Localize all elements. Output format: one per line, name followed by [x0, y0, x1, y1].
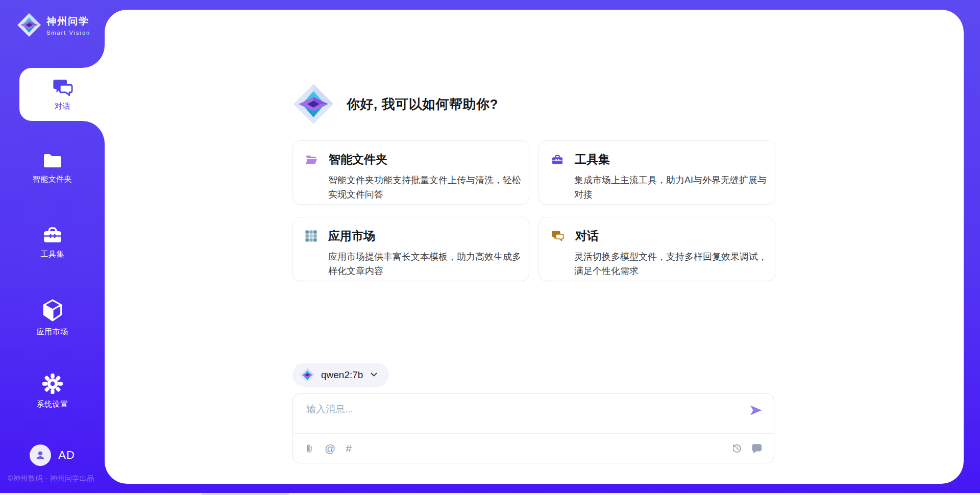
active-tab-fillet-top: [82, 45, 105, 68]
card-title: 智能文件夹: [329, 152, 387, 167]
sidebar-item-toolset[interactable]: 工具集: [0, 226, 105, 259]
sidebar: 神州问学 Smart Vision 对话 智能文件夹 工具集: [0, 0, 105, 495]
card-description: 集成市场上主流工具，助力AI与外界无缝扩展与 对接: [574, 173, 776, 202]
greeting: 你好, 我可以如何帮助你?: [292, 83, 498, 125]
sidebar-item-label: 工具集: [40, 250, 64, 259]
sidebar-item-label: 应用市场: [37, 327, 68, 337]
model-selector[interactable]: qwen2:7b: [292, 363, 389, 387]
mention-icon[interactable]: @: [325, 443, 335, 454]
card-description-line: 实现文件问答: [328, 187, 530, 202]
send-icon[interactable]: [749, 404, 763, 416]
card-head: 对话: [551, 228, 770, 244]
card-chat[interactable]: 对话 灵活切换多模型文件，支持多样回复效果调试， 满足个性化需求: [538, 217, 775, 281]
card-description-line: 对接: [574, 187, 776, 202]
grid-icon: [305, 230, 317, 242]
brand-subtitle: Smart Vision: [46, 30, 90, 36]
feature-cards: 智能文件夹 智能文件夹功能支持批量文件上传与清洗，轻松 实现文件问答 工具集 集…: [292, 140, 775, 281]
chat-bubbles-icon: [53, 78, 73, 97]
message-input[interactable]: [305, 401, 726, 418]
model-logo-icon: [300, 367, 315, 383]
user-name: AD: [58, 449, 75, 462]
folder-icon: [42, 152, 63, 169]
bottom-scrollbar-track[interactable]: [0, 493, 980, 495]
sidebar-item-app-market[interactable]: 应用市场: [0, 299, 105, 337]
card-description: 灵活切换多模型文件，支持多样回复效果调试， 满足个性化需求: [574, 250, 776, 278]
message-composer: @ #: [292, 393, 774, 463]
person-icon: [34, 449, 46, 461]
brand-name: 神州问学: [46, 15, 90, 28]
sidebar-item-settings[interactable]: 系统设置: [0, 373, 105, 409]
chat-bubbles-icon: [551, 230, 564, 242]
cube-icon: [42, 299, 63, 322]
brand-text: 神州问学 Smart Vision: [46, 15, 90, 36]
card-description-line: 样化文章内容: [328, 264, 530, 278]
bottom-scrollbar-thumb[interactable]: [202, 493, 289, 495]
card-description: 应用市场提供丰富长文本模板，助力高效生成多 样化文章内容: [328, 250, 530, 278]
history-icon[interactable]: [731, 443, 742, 454]
toolbox-icon: [42, 226, 63, 244]
sidebar-item-label: 智能文件夹: [33, 175, 72, 184]
folder-open-icon: [305, 154, 317, 165]
attachment-icon[interactable]: [304, 443, 314, 454]
card-description-line: 满足个性化需求: [574, 264, 776, 278]
sidebar-item-chat[interactable]: 对话: [19, 68, 106, 121]
main-panel: 你好, 我可以如何帮助你? 智能文件夹 智能文件夹功能支持批量文件上传与清洗，轻…: [105, 10, 964, 484]
chat-bubble-icon[interactable]: [751, 443, 763, 454]
card-description-line: 灵活切换多模型文件，支持多样回复效果调试，: [574, 250, 776, 264]
sidebar-footer: ©神州数码 · 神州问学出品: [8, 474, 105, 483]
model-name: qwen2:7b: [321, 369, 363, 381]
chevron-down-icon: [370, 373, 378, 377]
active-tab-fillet-bottom: [82, 121, 105, 143]
card-description-line: 集成市场上主流工具，助力AI与外界无缝扩展与: [574, 173, 776, 187]
composer-right-tools: [731, 443, 763, 454]
card-toolset[interactable]: 工具集 集成市场上主流工具，助力AI与外界无缝扩展与 对接: [538, 140, 775, 205]
brand-logo-icon: [17, 13, 41, 37]
card-head: 智能文件夹: [305, 152, 524, 167]
card-description: 智能文件夹功能支持批量文件上传与清洗，轻松 实现文件问答: [328, 173, 530, 202]
card-title: 应用市场: [328, 228, 375, 244]
gear-icon: [42, 373, 63, 394]
card-head: 工具集: [551, 152, 770, 167]
sidebar-item-label: 系统设置: [37, 400, 68, 409]
card-smart-folder[interactable]: 智能文件夹 智能文件夹功能支持批量文件上传与清洗，轻松 实现文件问答: [292, 140, 529, 205]
user-profile[interactable]: AD: [0, 444, 105, 466]
card-title: 工具集: [575, 152, 610, 167]
card-description-line: 智能文件夹功能支持批量文件上传与清洗，轻松: [328, 173, 530, 187]
brand: 神州问学 Smart Vision: [17, 13, 90, 37]
avatar: [30, 444, 51, 466]
greeting-title: 你好, 我可以如何帮助你?: [347, 95, 498, 113]
card-description-line: 应用市场提供丰富长文本模板，助力高效生成多: [328, 250, 530, 264]
app-logo-icon: [292, 83, 334, 125]
sidebar-item-smart-folder[interactable]: 智能文件夹: [0, 152, 105, 184]
toolbox-icon: [551, 154, 564, 165]
card-head: 应用市场: [305, 228, 524, 244]
composer-toolbar: @ #: [293, 433, 774, 463]
card-app-market[interactable]: 应用市场 应用市场提供丰富长文本模板，助力高效生成多 样化文章内容: [292, 217, 529, 281]
sidebar-item-label: 对话: [55, 102, 70, 111]
card-title: 对话: [575, 228, 599, 244]
hashtag-icon[interactable]: #: [346, 443, 352, 454]
